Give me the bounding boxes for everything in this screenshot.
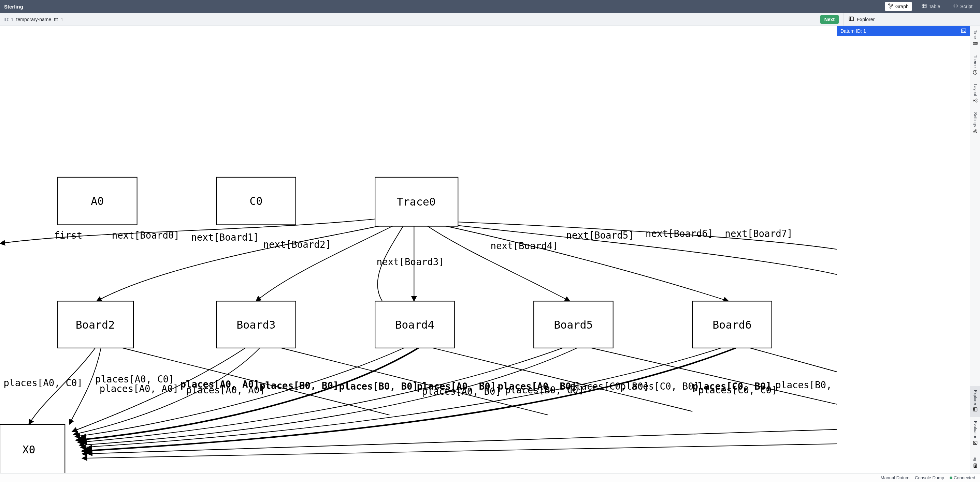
terminal-small-icon bbox=[973, 441, 978, 446]
connection-status: Connected bbox=[950, 475, 975, 480]
rail-layout[interactable]: Layout bbox=[970, 80, 980, 108]
console-dump-link[interactable]: Console Dump bbox=[915, 475, 944, 480]
graph-canvas[interactable]: first next[Board0] next[Board1] next[Boa… bbox=[0, 26, 837, 473]
graph-icon bbox=[888, 3, 893, 10]
rail-theme[interactable]: Theme bbox=[970, 51, 980, 79]
status-dot-icon bbox=[950, 477, 952, 479]
edge-board6-x0-a bbox=[81, 348, 721, 447]
explorer-icon bbox=[973, 407, 978, 413]
gear-icon bbox=[973, 129, 978, 135]
main-area: first next[Board0] next[Board1] next[Boa… bbox=[0, 26, 980, 473]
rail-explorer[interactable]: Explorer bbox=[970, 386, 980, 417]
edge-label-n5: next[Board5] bbox=[566, 230, 634, 241]
svg-rect-3 bbox=[922, 4, 926, 8]
tab-graph[interactable]: Graph bbox=[885, 2, 912, 11]
svg-point-17 bbox=[976, 99, 977, 100]
edge-label-n7: next[Board7] bbox=[725, 228, 792, 239]
app-brand: Sterling bbox=[4, 4, 28, 10]
table-icon bbox=[922, 3, 927, 10]
edge-cross-3 bbox=[433, 348, 692, 411]
node-Board3[interactable]: Board3 bbox=[216, 301, 296, 348]
node-C0-label: C0 bbox=[250, 195, 262, 207]
node-C0[interactable]: C0 bbox=[216, 177, 296, 225]
tab-table[interactable]: Table bbox=[918, 2, 943, 11]
node-X0[interactable]: X0 bbox=[0, 424, 65, 473]
view-tabs: Graph Table Script bbox=[885, 2, 976, 11]
svg-point-16 bbox=[973, 100, 975, 101]
node-Board6[interactable]: Board6 bbox=[692, 301, 772, 348]
datum-row[interactable]: Datum ID: 1 bbox=[837, 26, 970, 36]
node-X0-label: X0 bbox=[22, 444, 35, 456]
tab-graph-label: Graph bbox=[896, 4, 909, 9]
tab-script-label: Script bbox=[960, 4, 972, 9]
terminal-icon bbox=[961, 28, 966, 35]
edge-label-p11b: places[C0, C0] bbox=[698, 385, 777, 395]
node-Board5-label: Board5 bbox=[554, 319, 593, 331]
manual-datum-link[interactable]: Manual Datum bbox=[881, 475, 910, 480]
graph-svg[interactable]: first next[Board0] next[Board1] next[Boa… bbox=[0, 26, 837, 473]
svg-point-18 bbox=[976, 101, 977, 102]
edge-label-p7b: places[A0, B0] bbox=[422, 386, 501, 397]
edge-label-p3: places[A0, A0] bbox=[100, 384, 179, 394]
edge-label-p12: places[B0, bbox=[775, 380, 832, 390]
datum-info: ID: 1 temporary-name_ttt_1 bbox=[3, 17, 63, 22]
code-icon bbox=[953, 3, 958, 10]
timeline-icon bbox=[973, 41, 978, 47]
edge-offscreen-x0-a bbox=[82, 430, 837, 454]
datum-name: temporary-name_ttt_1 bbox=[16, 17, 64, 22]
node-A0[interactable]: A0 bbox=[58, 177, 137, 225]
edge-next-board1 bbox=[256, 225, 395, 301]
rail-explorer-label: Explorer bbox=[973, 390, 978, 405]
sub-header: ID: 1 temporary-name_ttt_1 Next Explorer bbox=[0, 13, 980, 26]
next-button[interactable]: Next bbox=[820, 15, 839, 24]
node-Board3-label: Board3 bbox=[237, 319, 275, 331]
explorer-panel-icon bbox=[849, 16, 854, 22]
node-Board5[interactable]: Board5 bbox=[534, 301, 613, 348]
edge-label-n1: next[Board1] bbox=[191, 232, 259, 243]
svg-point-1 bbox=[892, 5, 893, 6]
svg-point-0 bbox=[889, 4, 890, 5]
top-navbar: Sterling Graph Table Script bbox=[0, 0, 980, 13]
edge-label-n0: next[Board0] bbox=[112, 230, 180, 241]
rail-evaluator[interactable]: Evaluator bbox=[970, 417, 980, 450]
connection-label: Connected bbox=[954, 475, 975, 480]
node-Board6-label: Board6 bbox=[713, 319, 751, 331]
node-Board2[interactable]: Board2 bbox=[58, 301, 134, 348]
rail-log[interactable]: Log bbox=[970, 450, 980, 473]
moon-icon bbox=[973, 70, 978, 76]
node-A0-label: A0 bbox=[91, 195, 104, 207]
rail-settings-label: Settings bbox=[973, 112, 978, 127]
tab-script[interactable]: Script bbox=[950, 2, 976, 11]
datum-id-label: ID: 1 bbox=[3, 17, 14, 22]
rail-time[interactable]: Time bbox=[970, 26, 980, 51]
edge-cross-5 bbox=[750, 348, 837, 372]
nodes-icon bbox=[973, 98, 978, 104]
edge-label-p10: places[C0, B0] bbox=[620, 381, 700, 392]
explorer-panel-header: Explorer bbox=[843, 13, 977, 25]
svg-rect-4 bbox=[849, 17, 854, 21]
edge-label-p4b: places[A0, A0] bbox=[186, 385, 265, 395]
tab-table-label: Table bbox=[929, 4, 940, 9]
rail-log-label: Log bbox=[973, 454, 978, 461]
rail-time-label: Time bbox=[973, 30, 978, 39]
svg-point-19 bbox=[975, 130, 976, 132]
document-icon bbox=[973, 463, 978, 469]
node-Trace0[interactable]: Trace0 bbox=[375, 177, 458, 226]
edge-offscreen-x0-b bbox=[82, 444, 837, 458]
rail-layout-label: Layout bbox=[973, 84, 978, 96]
node-Board4-label: Board4 bbox=[395, 319, 434, 331]
rail-settings[interactable]: Settings bbox=[970, 108, 980, 139]
svg-rect-14 bbox=[962, 29, 966, 32]
explorer-sidepanel: Datum ID: 1 bbox=[837, 26, 970, 473]
rail-evaluator-label: Evaluator bbox=[973, 421, 978, 438]
edge-label-n6: next[Board6] bbox=[646, 228, 713, 239]
edge-label-p1: places[A0, C0] bbox=[4, 378, 83, 388]
edge-label-p2: places[A0, C0] bbox=[95, 374, 174, 385]
svg-rect-20 bbox=[973, 408, 977, 411]
node-Board4[interactable]: Board4 bbox=[375, 301, 455, 348]
node-Trace0-label: Trace0 bbox=[396, 196, 435, 208]
right-rail: Time Theme Layout Settings Explorer Eval… bbox=[970, 26, 980, 473]
datum-row-label: Datum ID: 1 bbox=[840, 28, 866, 34]
node-Board2-label: Board2 bbox=[76, 319, 115, 331]
edge-label-n3: next[Board3] bbox=[376, 257, 444, 267]
